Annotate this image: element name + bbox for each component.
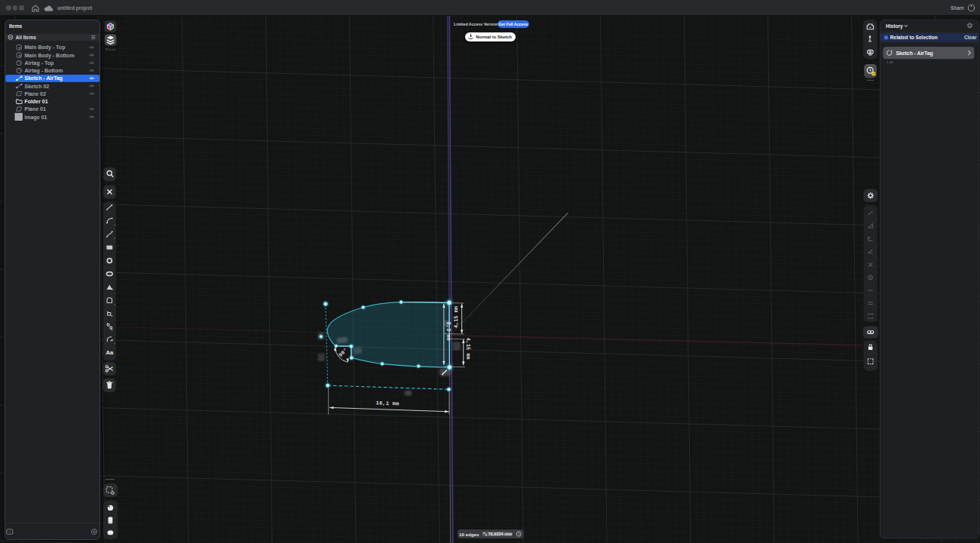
svg-text:Main Body - Top: Main Body - Top — [24, 44, 65, 51]
svg-text:Airtag - Bottom: Airtag - Bottom — [24, 68, 63, 74]
svg-text:Aa: Aa — [106, 349, 113, 356]
svg-text:Sketch: Sketch — [105, 48, 116, 51]
svg-text:Sketch 02: Sketch 02 — [24, 83, 49, 88]
svg-text:Clear: Clear — [964, 35, 977, 40]
svg-text:Plane 01: Plane 01 — [24, 106, 46, 112]
svg-text:8,3 mm: 8,3 mm — [446, 322, 451, 341]
svg-text:Items: Items — [9, 23, 23, 29]
svg-text:1:41: 1:41 — [887, 60, 893, 64]
svg-text:Related to Selection: Related to Selection — [890, 35, 938, 40]
svg-text:Sketch - AirTag: Sketch - AirTag — [896, 51, 933, 57]
svg-text:Airtag - Top: Airtag - Top — [24, 60, 54, 66]
svg-text:Plane 02: Plane 02 — [24, 90, 46, 96]
svg-text:All Items: All Items — [15, 34, 35, 39]
svg-text:History: History — [886, 23, 903, 29]
svg-text:4,15 mm: 4,15 mm — [454, 306, 459, 328]
svg-text:4,15 mm: 4,15 mm — [465, 338, 470, 360]
svg-text:16,1 mm: 16,1 mm — [375, 400, 399, 406]
svg-text:Main Body - Bottom: Main Body - Bottom — [24, 52, 74, 58]
svg-text:Image 01: Image 01 — [24, 114, 47, 120]
svg-text:Sketch - AirTag: Sketch - AirTag — [24, 75, 63, 81]
svg-text:Folder 01: Folder 01 — [24, 99, 47, 104]
